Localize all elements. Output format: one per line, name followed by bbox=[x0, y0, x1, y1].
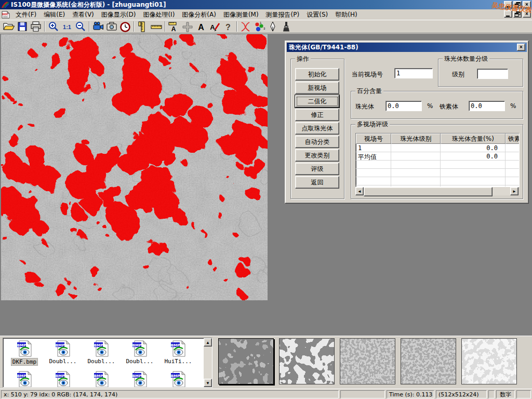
initialize-button[interactable]: 初始化 bbox=[295, 68, 339, 81]
menu-item[interactable]: 图像测量(M) bbox=[220, 10, 262, 19]
svg-text:A: A bbox=[171, 25, 176, 33]
camera-capture-button[interactable] bbox=[105, 21, 118, 33]
close-button[interactable]: × bbox=[523, 1, 531, 8]
menu-item[interactable]: 设置(S) bbox=[303, 10, 331, 19]
file-row-partial: BMP BMP BMP BMP BMP bbox=[3, 369, 212, 388]
child-minimize-button[interactable] bbox=[504, 10, 512, 18]
new-field-button[interactable]: 新视场 bbox=[295, 82, 339, 94]
table-row[interactable] bbox=[356, 169, 519, 177]
change-class-button[interactable]: 更改类别 bbox=[295, 149, 339, 162]
scroll-right-button[interactable]: ► bbox=[510, 187, 518, 195]
scroll-up-button[interactable]: ▲ bbox=[204, 338, 212, 347]
scrollbar-thumb[interactable] bbox=[364, 187, 493, 196]
column-header[interactable]: 珠光体含量(%) bbox=[441, 134, 506, 144]
menu-item[interactable]: 帮助(H) bbox=[331, 10, 361, 19]
file-list: BMP DKF.bmp BMP Doubl... BMP Doubl... BM… bbox=[3, 338, 212, 388]
file-item[interactable]: BMP Doubl... bbox=[82, 340, 121, 366]
scroll-left-button[interactable]: ◄ bbox=[355, 187, 364, 195]
toolbar: 1:1AAA?13 bbox=[0, 20, 532, 33]
menu-item[interactable]: 文件(F) bbox=[12, 10, 40, 19]
table-row[interactable] bbox=[356, 161, 519, 169]
pick-pearlite-button[interactable]: 点取珠光体 bbox=[295, 122, 339, 135]
micrograph-image[interactable] bbox=[1, 34, 268, 300]
column-header[interactable]: 铁素体含量(%) bbox=[506, 134, 520, 144]
ruler-icon bbox=[150, 21, 163, 33]
scroll-down-button[interactable]: ▼ bbox=[204, 379, 212, 387]
table-horizontal-scrollbar[interactable]: ◄ ► bbox=[355, 187, 518, 195]
classify-count-button[interactable]: 13 bbox=[252, 21, 266, 33]
file-item[interactable]: BMP Doubl... bbox=[44, 340, 82, 366]
table-row[interactable]: 10.0 bbox=[356, 144, 519, 152]
ferrite-percent-input[interactable] bbox=[469, 101, 505, 111]
curve-tool-button[interactable] bbox=[239, 21, 252, 33]
zoom-out-button[interactable] bbox=[74, 21, 87, 33]
file-item[interactable]: BMP bbox=[44, 371, 82, 388]
bmp-file-icon: BMP bbox=[93, 371, 110, 388]
timer-button[interactable] bbox=[118, 21, 132, 33]
thumbnail-strip bbox=[218, 338, 517, 385]
binarize-button[interactable]: 二值化 bbox=[295, 95, 339, 108]
help-button[interactable]: ? bbox=[221, 21, 235, 33]
menu-item[interactable]: 图像显示(D) bbox=[98, 10, 140, 19]
image-thumbnail[interactable] bbox=[401, 338, 456, 384]
video-capture-button[interactable] bbox=[91, 21, 105, 33]
brush-button[interactable] bbox=[280, 21, 293, 33]
open-file-button[interactable] bbox=[2, 21, 16, 33]
file-list-scrollbar[interactable]: ▲ ▼ bbox=[204, 338, 212, 387]
dialog-close-button[interactable]: × bbox=[517, 44, 525, 51]
file-item[interactable]: BMP bbox=[82, 371, 121, 388]
minimize-button[interactable] bbox=[504, 1, 512, 8]
auto-classify-button[interactable]: 自动分类 bbox=[295, 136, 339, 148]
level-input[interactable] bbox=[477, 69, 508, 79]
file-item[interactable]: BMP bbox=[121, 371, 159, 388]
menu-item[interactable]: 查看(V) bbox=[69, 10, 98, 19]
image-thumbnail[interactable] bbox=[218, 338, 274, 384]
table-row[interactable] bbox=[356, 177, 519, 185]
actual-size-button[interactable]: 1:1 bbox=[60, 21, 74, 33]
menu-items: 文件(F)编辑(E)查看(V)图像显示(D)图像处理(I)图像分析(A)图像测量… bbox=[12, 10, 361, 19]
restore-button[interactable] bbox=[513, 1, 522, 8]
brush-icon bbox=[280, 21, 292, 33]
child-restore-button[interactable] bbox=[513, 10, 522, 18]
grid-measure-button[interactable] bbox=[181, 21, 194, 33]
file-item[interactable]: BMP DKF.bmp bbox=[5, 340, 44, 366]
text-button[interactable]: A bbox=[194, 21, 208, 33]
ruler-button[interactable] bbox=[150, 21, 163, 33]
image-thumbnail[interactable] bbox=[279, 338, 335, 384]
open-file-icon bbox=[3, 21, 15, 33]
measure-label-button[interactable]: A bbox=[167, 21, 181, 33]
child-close-button[interactable]: × bbox=[523, 10, 531, 18]
file-item[interactable]: BMP bbox=[5, 371, 44, 388]
image-thumbnail[interactable] bbox=[340, 338, 395, 384]
file-item[interactable]: BMP HuiTi... bbox=[159, 340, 197, 366]
current-field-input[interactable] bbox=[394, 68, 433, 78]
rate-button[interactable]: 评级 bbox=[295, 163, 339, 175]
annotate-button[interactable]: A bbox=[208, 21, 221, 33]
menu-item[interactable]: 编辑(E) bbox=[40, 10, 69, 19]
file-item[interactable]: BMP bbox=[159, 371, 197, 388]
column-header[interactable]: 珠光体级别 bbox=[391, 134, 441, 144]
table-cell bbox=[506, 152, 520, 161]
column-header[interactable]: 视场号 bbox=[356, 134, 391, 144]
menu-item[interactable]: 图像分析(A) bbox=[178, 10, 220, 19]
save-button[interactable] bbox=[16, 21, 29, 33]
ferrite-unit: % bbox=[510, 102, 516, 110]
grading-group: 珠光体数量分级 级别 bbox=[438, 59, 523, 87]
file-item[interactable]: BMP Doubl... bbox=[121, 340, 159, 366]
menu-item[interactable]: 测量报告(P) bbox=[262, 10, 303, 19]
correct-button[interactable]: 修正 bbox=[295, 109, 339, 121]
bmp-file-icon: BMP bbox=[170, 371, 187, 388]
print-button[interactable] bbox=[29, 21, 43, 33]
table-row[interactable]: 平均值0.0 bbox=[356, 152, 519, 161]
zoom-in-button[interactable] bbox=[47, 21, 60, 33]
pearlite-percent-input[interactable] bbox=[385, 101, 422, 111]
print-icon bbox=[30, 21, 42, 33]
table-cell bbox=[356, 161, 391, 169]
menu-item[interactable]: 图像处理(I) bbox=[139, 10, 178, 19]
zoom-out-icon bbox=[74, 21, 87, 33]
pointer-pen-button[interactable] bbox=[266, 21, 280, 33]
image-thumbnail[interactable] bbox=[461, 338, 517, 384]
return-button[interactable]: 返回 bbox=[295, 176, 339, 189]
bmp-file-icon: BMP bbox=[131, 371, 149, 388]
caliper-button[interactable] bbox=[136, 21, 150, 33]
